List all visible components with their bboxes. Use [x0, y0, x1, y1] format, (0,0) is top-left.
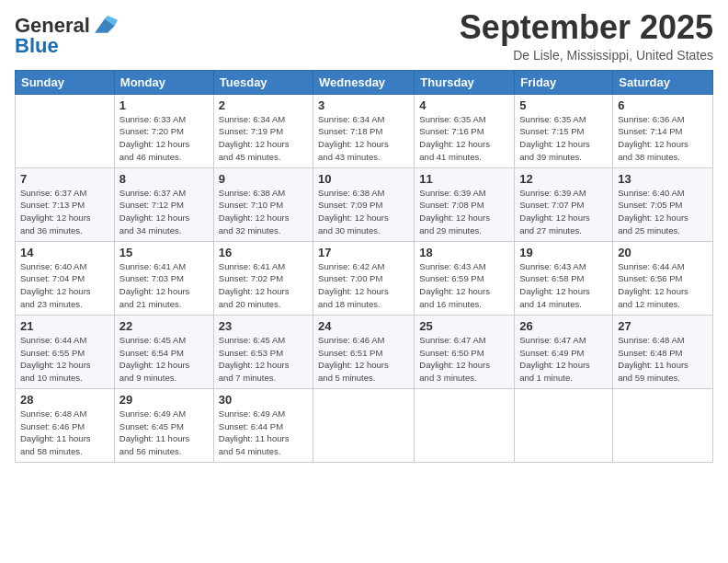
location: De Lisle, Mississippi, United States: [460, 48, 713, 63]
calendar-week-row: 7Sunrise: 6:37 AM Sunset: 7:13 PM Daylig…: [16, 167, 713, 241]
day-number: 20: [618, 246, 708, 259]
day-info: Sunrise: 6:33 AM Sunset: 7:20 PM Dayligh…: [119, 113, 209, 164]
month-title: September 2025: [460, 9, 713, 46]
day-info: Sunrise: 6:39 AM Sunset: 7:08 PM Dayligh…: [419, 187, 509, 237]
day-number: 18: [419, 246, 509, 259]
table-row: [613, 388, 713, 462]
table-row: 20Sunrise: 6:44 AM Sunset: 6:56 PM Dayli…: [613, 241, 713, 315]
day-info: Sunrise: 6:36 AM Sunset: 7:14 PM Dayligh…: [618, 113, 708, 164]
table-row: [313, 388, 415, 462]
table-row: 29Sunrise: 6:49 AM Sunset: 6:45 PM Dayli…: [114, 388, 213, 462]
table-row: 8Sunrise: 6:37 AM Sunset: 7:12 PM Daylig…: [114, 167, 213, 241]
day-number: 11: [419, 172, 509, 186]
day-info: Sunrise: 6:37 AM Sunset: 7:12 PM Dayligh…: [119, 187, 209, 237]
table-row: 27Sunrise: 6:48 AM Sunset: 6:48 PM Dayli…: [613, 315, 713, 388]
calendar-week-row: 1Sunrise: 6:33 AM Sunset: 7:20 PM Daylig…: [16, 94, 713, 167]
day-info: Sunrise: 6:45 AM Sunset: 6:54 PM Dayligh…: [119, 334, 209, 385]
col-tuesday: Tuesday: [213, 70, 313, 94]
day-info: Sunrise: 6:47 AM Sunset: 6:49 PM Dayligh…: [519, 334, 608, 385]
day-info: Sunrise: 6:41 AM Sunset: 7:03 PM Dayligh…: [119, 260, 209, 311]
calendar-week-row: 28Sunrise: 6:48 AM Sunset: 6:46 PM Dayli…: [16, 388, 713, 462]
day-info: Sunrise: 6:39 AM Sunset: 7:07 PM Dayligh…: [519, 187, 608, 237]
calendar-header-row: Sunday Monday Tuesday Wednesday Thursday…: [16, 70, 713, 94]
table-row: 15Sunrise: 6:41 AM Sunset: 7:03 PM Dayli…: [114, 241, 213, 315]
day-number: 17: [318, 246, 409, 259]
table-row: 16Sunrise: 6:41 AM Sunset: 7:02 PM Dayli…: [213, 241, 313, 315]
calendar-week-row: 14Sunrise: 6:40 AM Sunset: 7:04 PM Dayli…: [16, 241, 713, 315]
day-info: Sunrise: 6:46 AM Sunset: 6:51 PM Dayligh…: [318, 334, 409, 385]
table-row: 18Sunrise: 6:43 AM Sunset: 6:59 PM Dayli…: [415, 241, 515, 315]
table-row: 11Sunrise: 6:39 AM Sunset: 7:08 PM Dayli…: [415, 167, 515, 241]
day-info: Sunrise: 6:42 AM Sunset: 7:00 PM Dayligh…: [318, 260, 409, 311]
day-number: 7: [20, 172, 109, 186]
table-row: 4Sunrise: 6:35 AM Sunset: 7:16 PM Daylig…: [415, 94, 515, 167]
table-row: 17Sunrise: 6:42 AM Sunset: 7:00 PM Dayli…: [313, 241, 415, 315]
day-info: Sunrise: 6:41 AM Sunset: 7:02 PM Dayligh…: [219, 260, 308, 311]
day-info: Sunrise: 6:40 AM Sunset: 7:05 PM Dayligh…: [618, 187, 708, 237]
day-info: Sunrise: 6:49 AM Sunset: 6:44 PM Dayligh…: [219, 408, 308, 458]
day-info: Sunrise: 6:34 AM Sunset: 7:19 PM Dayligh…: [219, 113, 308, 164]
calendar: Sunday Monday Tuesday Wednesday Thursday…: [15, 70, 713, 463]
table-row: 10Sunrise: 6:38 AM Sunset: 7:09 PM Dayli…: [313, 167, 415, 241]
day-number: 14: [20, 246, 109, 259]
table-row: [515, 388, 613, 462]
table-row: 5Sunrise: 6:35 AM Sunset: 7:15 PM Daylig…: [515, 94, 613, 167]
table-row: 7Sunrise: 6:37 AM Sunset: 7:13 PM Daylig…: [16, 167, 115, 241]
day-number: 30: [219, 393, 308, 407]
day-info: Sunrise: 6:49 AM Sunset: 6:45 PM Dayligh…: [119, 408, 209, 458]
table-row: 26Sunrise: 6:47 AM Sunset: 6:49 PM Dayli…: [515, 315, 613, 388]
day-number: 4: [419, 98, 509, 112]
day-info: Sunrise: 6:37 AM Sunset: 7:13 PM Dayligh…: [20, 187, 109, 237]
table-row: 1Sunrise: 6:33 AM Sunset: 7:20 PM Daylig…: [114, 94, 213, 167]
day-number: 19: [519, 246, 608, 259]
day-info: Sunrise: 6:43 AM Sunset: 6:58 PM Dayligh…: [519, 260, 608, 311]
day-info: Sunrise: 6:47 AM Sunset: 6:50 PM Dayligh…: [419, 334, 509, 385]
day-number: 8: [119, 172, 209, 186]
table-row: 21Sunrise: 6:44 AM Sunset: 6:55 PM Dayli…: [16, 315, 115, 388]
day-number: 29: [119, 393, 209, 407]
col-thursday: Thursday: [415, 70, 515, 94]
table-row: 28Sunrise: 6:48 AM Sunset: 6:46 PM Dayli…: [16, 388, 115, 462]
table-row: 3Sunrise: 6:34 AM Sunset: 7:18 PM Daylig…: [313, 94, 415, 167]
day-number: 10: [318, 172, 409, 186]
day-number: 16: [219, 246, 308, 259]
day-info: Sunrise: 6:35 AM Sunset: 7:15 PM Dayligh…: [519, 113, 608, 164]
title-block: September 2025 De Lisle, Mississippi, Un…: [460, 9, 713, 63]
day-number: 9: [219, 172, 308, 186]
day-info: Sunrise: 6:44 AM Sunset: 6:56 PM Dayligh…: [618, 260, 708, 311]
table-row: 23Sunrise: 6:45 AM Sunset: 6:53 PM Dayli…: [213, 315, 313, 388]
table-row: 12Sunrise: 6:39 AM Sunset: 7:07 PM Dayli…: [515, 167, 613, 241]
day-number: 26: [519, 319, 608, 333]
day-info: Sunrise: 6:43 AM Sunset: 6:59 PM Dayligh…: [419, 260, 509, 311]
table-row: 22Sunrise: 6:45 AM Sunset: 6:54 PM Dayli…: [114, 315, 213, 388]
day-number: 23: [219, 319, 308, 333]
logo-text-line2: Blue: [15, 35, 59, 57]
col-wednesday: Wednesday: [313, 70, 415, 94]
day-number: 6: [618, 98, 708, 112]
logo: General Blue: [15, 13, 118, 57]
day-number: 5: [519, 98, 608, 112]
day-info: Sunrise: 6:48 AM Sunset: 6:46 PM Dayligh…: [20, 408, 109, 458]
day-number: 3: [318, 98, 409, 112]
day-number: 22: [119, 319, 209, 333]
table-row: [415, 388, 515, 462]
day-info: Sunrise: 6:38 AM Sunset: 7:10 PM Dayligh…: [219, 187, 308, 237]
day-number: 1: [119, 98, 209, 112]
table-row: 6Sunrise: 6:36 AM Sunset: 7:14 PM Daylig…: [613, 94, 713, 167]
col-saturday: Saturday: [613, 70, 713, 94]
day-number: 24: [318, 319, 409, 333]
logo-icon: [92, 13, 118, 39]
day-number: 13: [618, 172, 708, 186]
day-number: 12: [519, 172, 608, 186]
day-number: 28: [20, 393, 109, 407]
day-number: 15: [119, 246, 209, 259]
table-row: 25Sunrise: 6:47 AM Sunset: 6:50 PM Dayli…: [415, 315, 515, 388]
table-row: 19Sunrise: 6:43 AM Sunset: 6:58 PM Dayli…: [515, 241, 613, 315]
calendar-week-row: 21Sunrise: 6:44 AM Sunset: 6:55 PM Dayli…: [16, 315, 713, 388]
table-row: 14Sunrise: 6:40 AM Sunset: 7:04 PM Dayli…: [16, 241, 115, 315]
col-sunday: Sunday: [16, 70, 115, 94]
table-row: 30Sunrise: 6:49 AM Sunset: 6:44 PM Dayli…: [213, 388, 313, 462]
day-info: Sunrise: 6:34 AM Sunset: 7:18 PM Dayligh…: [318, 113, 409, 164]
day-info: Sunrise: 6:44 AM Sunset: 6:55 PM Dayligh…: [20, 334, 109, 385]
day-number: 21: [20, 319, 109, 333]
